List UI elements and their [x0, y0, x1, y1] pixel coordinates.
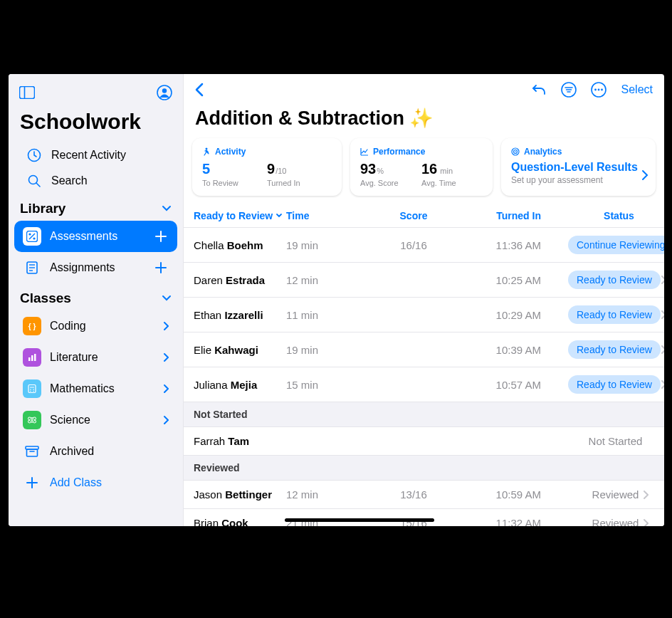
status-pill[interactable]: Ready to Review [568, 305, 661, 324]
percent-icon [23, 227, 41, 246]
score-cell: 16/16 [372, 239, 456, 251]
page-title: Addition & Subtraction ✨ [184, 100, 664, 138]
sidebar-item-assessments[interactable]: Assessments [14, 221, 177, 252]
filter-button[interactable] [559, 80, 579, 100]
sidebar-library-header[interactable]: Library [9, 194, 183, 221]
sidebar-item-mathematics[interactable]: Mathematics [14, 373, 177, 404]
sidebar-item-archived[interactable]: Archived [14, 436, 177, 467]
back-button[interactable] [189, 80, 209, 100]
doc-list-icon [23, 258, 41, 277]
student-name: Farrah Tam [194, 435, 286, 447]
sidebar-add-class[interactable]: Add Class [14, 467, 177, 498]
svg-rect-33 [27, 449, 38, 456]
callout-line [343, 565, 344, 618]
svg-point-26 [33, 389, 34, 390]
sidebar-item-label: Coding [50, 320, 154, 332]
status-pill[interactable]: Ready to Review [568, 375, 661, 394]
svg-point-44 [601, 89, 603, 91]
chart-line-icon [360, 147, 369, 156]
table-row[interactable]: Jason Bettinger12 min13/1610:59 AMReview… [184, 480, 664, 508]
svg-line-6 [36, 183, 40, 187]
status-text: Not Started [562, 435, 643, 447]
svg-point-31 [31, 419, 33, 421]
sidebar-item-label: Assessments [50, 230, 145, 243]
status-pill[interactable]: Ready to Review [568, 271, 661, 289]
atom-icon [23, 411, 41, 429]
column-header-score[interactable]: Score [372, 210, 456, 221]
table-row[interactable]: Elie Kahwagi19 min10:39 AMReady to Revie… [184, 332, 664, 367]
svg-point-45 [206, 148, 208, 150]
more-button[interactable] [589, 80, 609, 100]
avg-time-label: Avg. Time [421, 179, 483, 187]
table-row[interactable]: Juliana Mejia15 min10:57 AMReady to Revi… [184, 367, 664, 402]
svg-rect-22 [34, 354, 36, 361]
table-row[interactable]: Brian Cook21 min15/1611:32 AMReviewed [184, 508, 664, 526]
card-label: Analytics [524, 147, 562, 157]
chevron-right-icon [661, 379, 664, 389]
sidebar-item-literature[interactable]: Literature [14, 342, 177, 373]
sidebar-item-assignments[interactable]: Assignments [14, 252, 177, 283]
chevron-down-icon [162, 295, 172, 302]
select-button[interactable]: Select [619, 83, 656, 96]
table-row[interactable]: Ethan Izzarelli11 min10:29 AMReady to Re… [184, 297, 664, 332]
undo-button[interactable] [529, 80, 549, 100]
sidebar-search[interactable]: Search [14, 168, 177, 194]
avg-time-value: 16 [421, 161, 437, 177]
sidebar-item-coding[interactable]: { } Coding [14, 310, 177, 342]
sidebar-toggle-icon[interactable] [17, 83, 37, 103]
status-pill[interactable]: Ready to Review [568, 340, 661, 359]
main-content: Select Addition & Subtraction ✨ Activity… [184, 74, 664, 526]
app-title: Schoolwork [9, 108, 183, 142]
add-assignment-button[interactable] [153, 260, 169, 276]
svg-rect-21 [31, 355, 33, 361]
avg-score-value: 93 [360, 161, 376, 177]
to-review-label: To Review [202, 179, 267, 187]
sidebar-item-label: Add Class [50, 476, 169, 489]
sidebar-item-label: Search [51, 174, 166, 187]
person-walking-icon [202, 147, 211, 156]
avg-score-label: Avg. Score [360, 179, 421, 187]
sidebar-item-science[interactable]: Science [14, 404, 177, 436]
column-header-status[interactable]: Status [541, 210, 654, 221]
activity-card[interactable]: Activity 5 To Review 9/10 Turned In [192, 138, 342, 196]
home-indicator[interactable] [285, 518, 434, 522]
chevron-right-icon [661, 345, 664, 355]
sidebar-item-label: Mathematics [50, 382, 154, 395]
sidebar-classes-header[interactable]: Classes [9, 283, 183, 310]
add-assessment-button[interactable] [153, 229, 169, 244]
chevron-right-icon [163, 321, 169, 331]
turned-in-cell: 10:25 AM [456, 274, 541, 286]
time-cell: 19 min [286, 344, 372, 356]
chevron-right-icon [661, 310, 664, 320]
plus-icon [23, 473, 41, 492]
account-icon[interactable] [154, 83, 174, 103]
sidebar-item-label: Recent Activity [51, 149, 166, 162]
code-icon: { } [23, 317, 41, 335]
table-row[interactable]: Chella Boehm19 min16/1611:36 AMContinue … [184, 227, 664, 262]
svg-point-28 [33, 391, 34, 392]
student-name: Ethan Izzarelli [194, 309, 286, 321]
analytics-card[interactable]: Analytics Question-Level Results Set up … [501, 138, 656, 196]
turned-in-label: Turned In [267, 179, 332, 187]
section-reviewed: Reviewed [184, 455, 664, 480]
table-row[interactable]: Farrah TamNot Started [184, 426, 664, 455]
status-pill[interactable]: Continue Reviewing [568, 236, 664, 254]
time-cell: 12 min [286, 274, 372, 286]
callout-line [614, 0, 615, 80]
svg-rect-23 [28, 385, 36, 393]
svg-point-9 [33, 237, 35, 239]
section-label: Classes [20, 290, 71, 306]
student-name: Jason Bettinger [194, 488, 286, 501]
table-row[interactable]: Daren Estrada12 min10:25 AMReady to Revi… [184, 262, 664, 297]
student-name: Chella Boehm [194, 239, 286, 251]
column-header-time[interactable]: Time [286, 210, 372, 221]
svg-point-42 [594, 89, 597, 91]
sidebar-recent-activity[interactable]: Recent Activity [14, 142, 177, 168]
performance-card[interactable]: Performance 93% Avg. Score 16 min Avg. T… [350, 138, 493, 196]
section-not-started: Not Started [184, 402, 664, 426]
turned-in-cell: 10:57 AM [456, 379, 541, 391]
sort-by-button[interactable]: Ready to Review [194, 210, 286, 221]
column-header-turned[interactable]: Turned In [456, 210, 541, 221]
time-cell: 11 min [286, 309, 372, 321]
app-window: Schoolwork Recent Activity Search Librar… [9, 74, 664, 526]
